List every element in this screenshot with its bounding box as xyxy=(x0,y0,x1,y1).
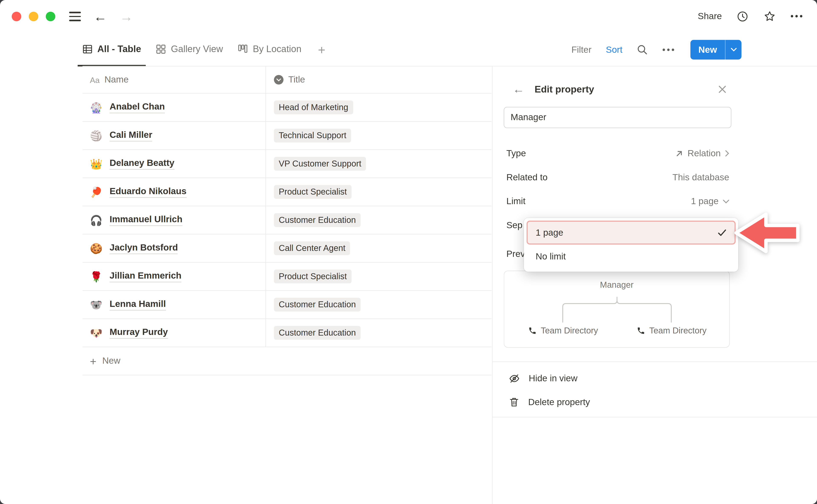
property-name-input[interactable] xyxy=(504,107,732,128)
back-icon[interactable]: ← xyxy=(94,10,107,23)
window-titlebar: ← → Share ••• xyxy=(0,0,817,33)
column-header-title[interactable]: Title xyxy=(266,67,492,93)
preview-connector-lines xyxy=(504,296,730,327)
title-cell[interactable]: Technical Support xyxy=(266,122,492,149)
table-row[interactable]: 🎧 Immanuel Ullrich Customer Education xyxy=(83,206,492,235)
search-icon[interactable] xyxy=(637,44,648,56)
plus-icon: + xyxy=(90,355,97,367)
table-row[interactable]: 🏐 Cali Miller Technical Support xyxy=(83,122,492,150)
panel-title: Edit property xyxy=(535,84,594,95)
table-row[interactable]: 🐨 Lenna Hamill Customer Education xyxy=(83,291,492,319)
tab-all-table[interactable]: All - Table xyxy=(78,33,146,67)
new-row-button[interactable]: + New xyxy=(83,347,492,376)
name-cell[interactable]: 🏐 Cali Miller xyxy=(83,122,266,149)
property-value: This database xyxy=(673,172,729,183)
title-cell[interactable]: Customer Education xyxy=(266,319,492,347)
gallery-view-icon xyxy=(156,44,166,54)
name-cell[interactable]: 🎡 Anabel Chan xyxy=(83,94,266,121)
preview-child-1: Team Directory xyxy=(514,326,612,336)
property-row-type[interactable]: Type Relation xyxy=(493,141,817,165)
zoom-window-button[interactable] xyxy=(46,12,55,21)
title-cell[interactable]: VP Customer Support xyxy=(266,150,492,178)
panel-close-icon[interactable] xyxy=(718,85,727,94)
title-tag: Product Specialist xyxy=(274,270,352,283)
favorite-star-icon[interactable] xyxy=(763,10,776,23)
sort-button[interactable]: Sort xyxy=(606,44,623,55)
tutorial-arrow-annotation xyxy=(733,209,801,256)
page-link[interactable]: Eduardo Nikolaus xyxy=(110,186,186,198)
hide-in-view-button[interactable]: Hide in view xyxy=(493,366,817,390)
table-row[interactable]: 👑 Delaney Beatty VP Customer Support xyxy=(83,150,492,178)
tab-by-location[interactable]: By Location xyxy=(233,33,306,67)
title-cell[interactable]: Head of Marketing xyxy=(266,94,492,121)
chevron-down-icon xyxy=(723,199,729,203)
eye-off-icon xyxy=(509,372,520,384)
table-row[interactable]: 🌹 Jillian Emmerich Product Specialist xyxy=(83,263,492,291)
new-row-label: New xyxy=(102,356,120,366)
add-view-icon[interactable]: + xyxy=(311,33,332,67)
type-value: Relation xyxy=(688,148,721,159)
page-link[interactable]: Anabel Chan xyxy=(110,102,165,113)
page-link[interactable]: Jillian Emmerich xyxy=(110,271,181,282)
row-emoji-icon: 🏓 xyxy=(90,186,105,198)
name-cell[interactable]: 🍪 Jaclyn Botsford xyxy=(83,235,266,262)
phone-icon xyxy=(637,326,645,335)
name-cell[interactable]: 🏓 Eduardo Nikolaus xyxy=(83,178,266,206)
page-link[interactable]: Jaclyn Botsford xyxy=(110,242,178,254)
divider xyxy=(493,417,817,417)
property-label: Type xyxy=(506,148,526,159)
property-label: Sep xyxy=(506,220,523,231)
row-emoji-icon: 🌹 xyxy=(90,270,105,283)
more-options-icon[interactable]: ••• xyxy=(790,12,804,21)
option-label: 1 page xyxy=(536,227,563,238)
updates-clock-icon[interactable] xyxy=(736,10,749,23)
minimize-window-button[interactable] xyxy=(29,12,38,21)
title-cell[interactable]: Customer Education xyxy=(266,291,492,319)
page-link[interactable]: Immanuel Ullrich xyxy=(110,214,182,226)
new-dropdown-chevron-icon[interactable] xyxy=(726,40,742,60)
table-row[interactable]: 🏓 Eduardo Nikolaus Product Specialist xyxy=(83,178,492,206)
table-row[interactable]: 🍪 Jaclyn Botsford Call Center Agent xyxy=(83,235,492,263)
table-view-icon xyxy=(83,44,93,54)
table-row[interactable]: 🐶 Murray Purdy Customer Education xyxy=(83,319,492,347)
row-emoji-icon: 👑 xyxy=(90,158,105,170)
relation-preview-card: Manager Team Directory Team Directory xyxy=(504,271,730,348)
forward-icon[interactable]: → xyxy=(120,10,133,23)
row-emoji-icon: 🎡 xyxy=(90,101,105,114)
title-cell[interactable]: Call Center Agent xyxy=(266,235,492,262)
new-button[interactable]: New xyxy=(690,40,742,60)
page-link[interactable]: Lenna Hamill xyxy=(110,299,166,310)
traffic-lights xyxy=(12,12,55,21)
property-row-related-to[interactable]: Related to This database xyxy=(493,165,817,189)
name-cell[interactable]: 🌹 Jillian Emmerich xyxy=(83,263,266,290)
view-tabs: All - Table Gallery View xyxy=(78,33,332,67)
preview-child-label: Team Directory xyxy=(541,326,598,336)
view-tabbar: All - Table Gallery View xyxy=(0,33,817,67)
tab-gallery-view[interactable]: Gallery View xyxy=(151,33,228,67)
dropdown-option-no-limit[interactable]: No limit xyxy=(527,245,736,269)
column-header-name[interactable]: Aa Name xyxy=(83,67,266,93)
dropdown-option-1-page[interactable]: 1 page xyxy=(527,221,736,245)
table-row[interactable]: 🎡 Anabel Chan Head of Marketing xyxy=(83,94,492,122)
title-tag: Call Center Agent xyxy=(274,241,350,255)
page-link[interactable]: Cali Miller xyxy=(110,130,152,141)
delete-property-button[interactable]: Delete property xyxy=(493,390,817,414)
panel-back-icon[interactable]: ← xyxy=(513,84,525,95)
name-cell[interactable]: 🎧 Immanuel Ullrich xyxy=(83,206,266,234)
title-cell[interactable]: Product Specialist xyxy=(266,263,492,290)
name-cell[interactable]: 🐶 Murray Purdy xyxy=(83,319,266,347)
close-window-button[interactable] xyxy=(12,12,21,21)
page-link[interactable]: Delaney Beatty xyxy=(110,158,174,170)
share-button[interactable]: Share xyxy=(698,11,722,22)
name-cell[interactable]: 👑 Delaney Beatty xyxy=(83,150,266,178)
title-cell[interactable]: Product Specialist xyxy=(266,178,492,206)
filter-button[interactable]: Filter xyxy=(572,44,592,55)
text-property-icon: Aa xyxy=(90,75,100,84)
title-tag: Customer Education xyxy=(274,213,360,227)
title-cell[interactable]: Customer Education xyxy=(266,206,492,234)
page-link[interactable]: Murray Purdy xyxy=(110,327,168,339)
table-header-row: Aa Name Title xyxy=(83,67,492,94)
name-cell[interactable]: 🐨 Lenna Hamill xyxy=(83,291,266,319)
view-options-icon[interactable]: ••• xyxy=(662,45,676,54)
sidebar-toggle-icon[interactable] xyxy=(69,12,81,21)
